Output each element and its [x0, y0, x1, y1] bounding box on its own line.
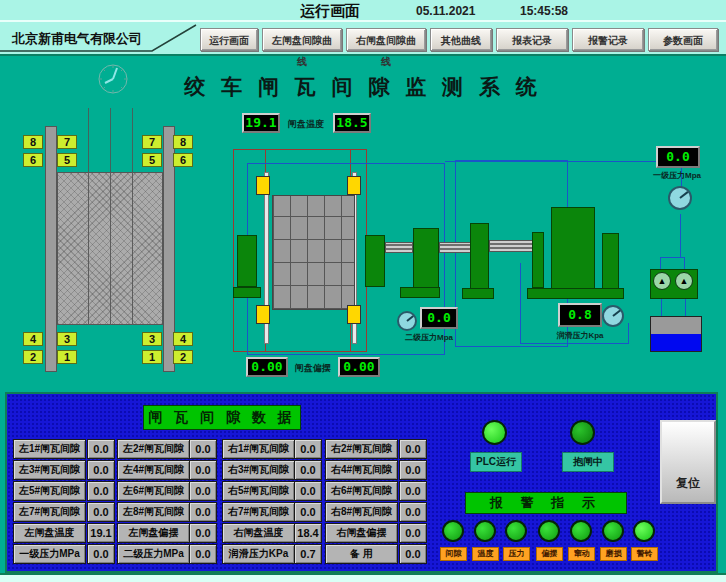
table-cell-value: 0.0: [189, 481, 217, 501]
alarm-label-5: 磨损: [600, 547, 627, 561]
table-cell-value: 0.0: [399, 481, 427, 501]
alarm-label-6: 警铃: [631, 547, 658, 561]
time-display: 15:45:58: [520, 4, 568, 18]
alarm-lamp-0: [442, 520, 464, 542]
brake-applied-lamp: [570, 420, 595, 445]
table-cell-value: 0.0: [399, 544, 427, 564]
screen-title: 运行画面: [300, 2, 360, 21]
winch-drum: [272, 195, 355, 310]
table-cell-label: 右7#闸瓦间隙: [222, 502, 295, 522]
table-cell-value: 0.0: [294, 481, 322, 501]
lube-pipe: [628, 323, 629, 344]
nav-button-1[interactable]: 左闸盘间隙曲线: [262, 28, 342, 51]
table-cell-label: 左4#闸瓦间隙: [117, 460, 190, 480]
table-cell-label: 右5#闸瓦间隙: [222, 481, 295, 501]
table-cell-value: 0.0: [189, 523, 217, 543]
secondary-pressure-display: 0.0: [420, 307, 458, 329]
nav-button-0[interactable]: 运行画面: [200, 28, 258, 51]
table-cell-value: 18.4: [294, 523, 322, 543]
brake-caliper: [256, 305, 270, 324]
actuator-pedestal-right: [400, 287, 440, 298]
table-cell-label: 右2#闸瓦间隙: [325, 439, 398, 459]
alarm-lamp-1: [474, 520, 496, 542]
coupling-block: [470, 223, 489, 289]
sensor-box-bottom_left-1: 3: [57, 332, 77, 346]
table-cell-value: 0.0: [189, 439, 217, 459]
gearbox: [551, 207, 595, 298]
secondary-pressure-gauge: [397, 311, 417, 331]
drive-shaft: [439, 242, 471, 253]
table-cell-label: 左3#闸瓦间隙: [13, 460, 86, 480]
data-panel: 闸 瓦 间 隙 数 据 左1#闸瓦间隙0.0左2#闸瓦间隙0.0右1#闸瓦间隙0…: [5, 392, 718, 573]
machine-base: [527, 288, 624, 299]
primary-pressure-display: 0.0: [656, 146, 700, 168]
date-display: 05.11.2021: [416, 4, 475, 18]
sensor-box-bottom_left-3: 1: [57, 350, 77, 364]
table-cell-label: 左5#闸瓦间隙: [13, 481, 86, 501]
disc-divider: [88, 172, 89, 325]
oil-tank-oil: [651, 334, 701, 351]
sensor-box-top_right-2: 5: [142, 153, 162, 167]
table-cell-label: 左1#闸瓦间隙: [13, 439, 86, 459]
table-cell-label: 右6#闸瓦间隙: [325, 481, 398, 501]
sensor-box-top_left-1: 7: [57, 135, 77, 149]
machine-base: [462, 288, 494, 299]
lube-pressure-gauge: [602, 305, 624, 327]
disc-runout-right-display: 0.00: [338, 357, 380, 377]
alarm-label-1: 温度: [472, 547, 499, 561]
table-cell-value: 0.0: [189, 460, 217, 480]
nav-button-4[interactable]: 报表记录: [496, 28, 568, 51]
lube-pipe: [520, 263, 521, 344]
lube-pipe: [520, 343, 629, 344]
table-cell-label: 右3#闸瓦间隙: [222, 460, 295, 480]
sensor-box-top_left-3: 5: [57, 153, 77, 167]
nav-button-row: 运行画面左闸盘间隙曲线右闸盘间隙曲线其他曲线报表记录报警记录参数画面: [200, 28, 718, 51]
table-cell-label: 润滑压力KPa: [222, 544, 295, 564]
secondary-pressure-label: 二级压力Mpa: [398, 332, 460, 343]
hmi-screen: 运行画面 05.11.2021 15:45:58 北京新甫电气有限公司 运行画面…: [0, 0, 726, 582]
disc-runout-left-display: 0.00: [246, 357, 288, 377]
alarm-lamp-5: [602, 520, 624, 542]
table-cell-value: 0.0: [87, 481, 115, 501]
plc-run-lamp: [482, 420, 507, 445]
sensor-box-bottom_right-3: 2: [173, 350, 193, 364]
table-cell-label: 备 用: [325, 544, 398, 564]
table-cell-value: 0.0: [294, 460, 322, 480]
disc-temp-label: 闸盘温度: [281, 118, 331, 131]
title-bar: 运行画面 05.11.2021 15:45:58: [0, 0, 726, 22]
drive-shaft: [489, 240, 533, 252]
brake-actuator-left: [237, 235, 257, 287]
disc-divider: [110, 172, 111, 325]
nav-button-3[interactable]: 其他曲线: [430, 28, 492, 51]
nav-button-6[interactable]: 参数画面: [648, 28, 718, 51]
alarm-label-3: 偏摆: [536, 547, 563, 561]
brake-caliper: [256, 176, 270, 195]
suction-pipe: [685, 299, 686, 316]
table-cell-value: 0.0: [294, 502, 322, 522]
alarm-section-title: 报 警 指 示: [465, 492, 627, 514]
table-cell-label: 左闸盘温度: [13, 523, 86, 543]
table-cell-value: 0.0: [294, 439, 322, 459]
sensor-box-top_left-0: 8: [23, 135, 43, 149]
disc-divider: [132, 172, 133, 325]
reset-button[interactable]: 复位: [660, 420, 716, 504]
table-cell-label: 右8#闸瓦间隙: [325, 502, 398, 522]
lube-pressure-display: 0.8: [558, 303, 602, 327]
table-cell-label: 一级压力MPa: [13, 544, 86, 564]
alarm-label-4: 窜动: [568, 547, 595, 561]
table-cell-value: 0.0: [399, 439, 427, 459]
brake-applied-label: 抱闸中: [562, 452, 614, 472]
disc-runout-label: 闸盘偏摆: [290, 362, 336, 375]
hoist-rope: [88, 108, 89, 172]
pump-icon: ▲: [653, 272, 671, 290]
bottom-strip: [0, 573, 726, 582]
brake-caliper: [347, 176, 361, 195]
nav-button-5[interactable]: 报警记录: [572, 28, 644, 51]
disc-temp-left-display: 19.1: [242, 113, 280, 133]
sensor-box-bottom_right-0: 3: [142, 332, 162, 346]
table-cell-value: 0.0: [399, 502, 427, 522]
nav-button-2[interactable]: 右闸盘间隙曲线: [346, 28, 426, 51]
sensor-box-top_right-1: 8: [173, 135, 193, 149]
table-cell-value: 19.1: [87, 523, 115, 543]
sensor-box-bottom_right-1: 4: [173, 332, 193, 346]
